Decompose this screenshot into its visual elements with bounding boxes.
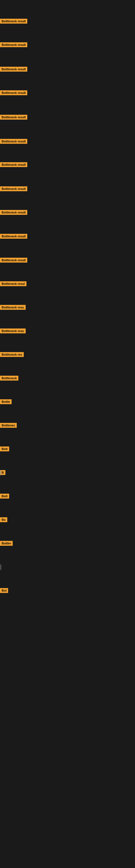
bottleneck-label-1: Bottleneck result <box>0 42 27 47</box>
bottleneck-label-5: Bottleneck result <box>0 139 27 144</box>
bottleneck-result-20: Bott <box>0 494 9 500</box>
bottleneck-label-0: Bottleneck result <box>0 19 27 24</box>
bottleneck-result-11: Bottleneck resul <box>0 281 27 287</box>
bottleneck-label-13: Bottleneck resu <box>0 329 26 333</box>
bottleneck-label-17: Bottlenec <box>0 423 17 428</box>
bottleneck-result-24: Bot <box>0 588 8 594</box>
bottleneck-result-18: Bott <box>0 446 9 453</box>
bottleneck-result-9: Bottleneck result <box>0 234 27 240</box>
bottleneck-result-16: Bottle <box>0 399 12 405</box>
bottleneck-label-12: Bottleneck resu <box>0 305 26 310</box>
bottleneck-result-3: Bottleneck result <box>0 90 27 96</box>
bottleneck-label-2: Bottleneck result <box>0 67 27 72</box>
bottleneck-result-15: Bottleneck <box>0 376 18 382</box>
bottleneck-result-8: Bottleneck result <box>0 210 27 216</box>
vertical-line-0 <box>1 470 1 475</box>
bottleneck-label-22: Bottler <box>0 541 13 546</box>
bottleneck-label-9: Bottleneck result <box>0 234 27 239</box>
bottleneck-label-24: Bot <box>0 588 8 593</box>
bottleneck-result-21: Bo <box>0 517 7 523</box>
bottleneck-label-3: Bottleneck result <box>0 90 27 95</box>
bottleneck-label-16: Bottle <box>0 399 12 404</box>
bottleneck-result-2: Bottleneck result <box>0 67 27 73</box>
bottleneck-result-10: Bottleneck result <box>0 258 27 264</box>
bottleneck-result-12: Bottleneck resu <box>0 305 26 311</box>
bottleneck-result-5: Bottleneck result <box>0 139 27 145</box>
bottleneck-result-0: Bottleneck result <box>0 19 27 25</box>
bottleneck-result-7: Bottleneck result <box>0 186 27 192</box>
bottleneck-result-1: Bottleneck result <box>0 42 27 48</box>
bottleneck-label-7: Bottleneck result <box>0 186 27 191</box>
bottleneck-label-6: Bottleneck result <box>0 162 27 167</box>
bottleneck-result-17: Bottlenec <box>0 423 17 429</box>
bottleneck-result-13: Bottleneck resu <box>0 329 26 335</box>
bottleneck-result-22: Bottler <box>0 541 13 547</box>
bottleneck-label-15: Bottleneck <box>0 376 18 380</box>
bottleneck-result-14: Bottleneck res <box>0 352 24 358</box>
bottleneck-result-4: Bottleneck result <box>0 115 27 121</box>
bottleneck-label-8: Bottleneck result <box>0 210 27 215</box>
bottleneck-label-14: Bottleneck res <box>0 352 24 357</box>
site-title <box>0 0 135 3</box>
bottleneck-label-21: Bo <box>0 517 7 522</box>
bottleneck-label-4: Bottleneck result <box>0 115 27 120</box>
bottleneck-label-20: Bott <box>0 494 9 499</box>
vertical-line-1 <box>1 564 1 570</box>
bottleneck-label-18: Bott <box>0 446 9 452</box>
bottleneck-label-10: Bottleneck result <box>0 258 27 262</box>
bottleneck-result-6: Bottleneck result <box>0 162 27 168</box>
bottleneck-label-11: Bottleneck resul <box>0 281 27 286</box>
